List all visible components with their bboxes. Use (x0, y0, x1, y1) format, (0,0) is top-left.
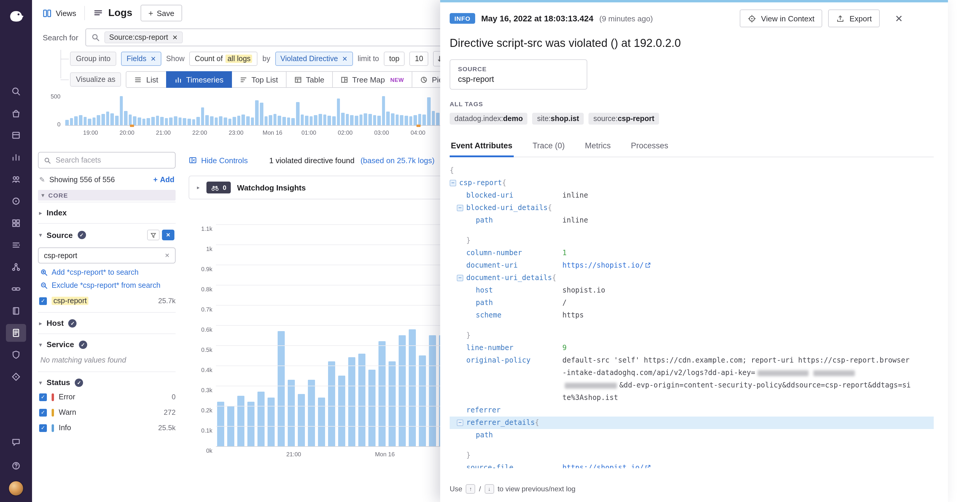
chart-bar[interactable] (350, 115, 353, 125)
arrow-down-key[interactable]: ↓ (484, 484, 494, 494)
chat-icon[interactable] (6, 433, 26, 451)
chart-bar[interactable] (201, 107, 204, 125)
json-key[interactable]: path (476, 429, 493, 441)
chart-bar[interactable] (264, 116, 267, 125)
status-row-warn[interactable]: ✓Warn272 (39, 408, 176, 416)
chart-bar[interactable] (436, 113, 439, 125)
hide-controls-button[interactable]: Hide Controls (189, 156, 248, 165)
chart-bar[interactable] (188, 119, 191, 125)
chart-bar[interactable] (205, 115, 209, 125)
chart-bar[interactable] (341, 113, 344, 125)
chart-bar[interactable] (237, 116, 240, 125)
chart-bar[interactable] (391, 114, 394, 125)
chart-bar[interactable] (133, 116, 137, 125)
chart-bar[interactable] (247, 402, 255, 446)
chart-bar[interactable] (291, 118, 295, 126)
chart-bar[interactable] (409, 116, 412, 125)
clear-filter-icon[interactable]: ✕ (162, 229, 174, 240)
json-key[interactable]: original-policy (466, 354, 531, 367)
chart-bar[interactable] (79, 115, 82, 125)
chart-bar[interactable] (267, 398, 275, 446)
chart-bar[interactable] (138, 118, 141, 125)
collapse-toggle-icon[interactable]: − (457, 205, 463, 211)
facet-search-input[interactable] (56, 156, 170, 164)
chart-bar[interactable] (228, 118, 231, 125)
chart-bar[interactable] (210, 116, 213, 125)
chart-bar[interactable] (282, 117, 286, 125)
chart-bar[interactable] (251, 118, 254, 125)
chart-bar[interactable] (255, 100, 259, 125)
chart-bar[interactable] (399, 335, 406, 446)
watchdog-insights[interactable]: ▸ 0 Watchdog Insights (189, 175, 470, 199)
status-row-error[interactable]: ✓Error0 (39, 393, 176, 401)
chart-bar[interactable] (395, 115, 399, 125)
chart-bar[interactable] (70, 118, 73, 126)
chart-bar[interactable] (318, 114, 322, 125)
json-key[interactable]: path (476, 297, 493, 309)
chart-bar[interactable] (288, 380, 295, 446)
chart-bar[interactable] (169, 118, 173, 125)
facet-status[interactable]: ▾ Status ✓ (38, 371, 176, 393)
status-row-info[interactable]: ✓Info25.5k (39, 424, 176, 432)
chart-bar[interactable] (337, 99, 340, 125)
tag-source[interactable]: source:csp-report (589, 113, 659, 124)
viz-option-timeseries[interactable]: Timeseries (166, 71, 232, 88)
chart-bar[interactable] (332, 116, 336, 125)
chart-bar[interactable] (160, 117, 164, 125)
view-in-context-button[interactable]: View in Context (740, 10, 822, 27)
hosts-icon[interactable] (6, 126, 26, 144)
core-group-header[interactable]: ▾ CORE (38, 190, 176, 201)
notebook-icon[interactable] (6, 302, 26, 320)
json-value[interactable]: default-src 'self' https://cdn.example.c… (562, 354, 934, 404)
chart-bar[interactable] (83, 117, 87, 125)
json-key[interactable]: column-number (466, 247, 522, 259)
chart-bar[interactable] (400, 115, 403, 125)
export-button[interactable]: Export (828, 10, 880, 27)
limit-value-select[interactable]: 10 (410, 52, 429, 66)
edit-icon[interactable]: ✎ (39, 175, 45, 184)
chart-bar[interactable] (88, 119, 91, 125)
result-basis-link[interactable]: (based on 25.7k logs) (360, 156, 434, 165)
checkbox-checked[interactable]: ✓ (39, 424, 47, 432)
json-key[interactable]: line-number (466, 342, 514, 354)
tab-trace-0[interactable]: Trace (0) (531, 137, 566, 157)
chart-bar[interactable] (364, 114, 367, 125)
chart-bar[interactable] (237, 396, 244, 446)
tag-site[interactable]: site:shop.ist (532, 113, 584, 124)
chart-bar[interactable] (156, 116, 159, 125)
chart-bar[interactable] (418, 114, 422, 125)
chart-bar[interactable] (242, 115, 245, 125)
json-value[interactable]: https://shopist.io/ (562, 259, 934, 272)
remove-token-icon[interactable]: ✕ (172, 33, 178, 41)
save-button[interactable]: + Save (141, 5, 182, 21)
chart-bar[interactable] (328, 361, 335, 446)
chart-bar[interactable] (318, 398, 325, 446)
chart-bar[interactable] (278, 116, 281, 125)
value-link[interactable]: https://shopist.io/ (562, 464, 644, 468)
exclude-from-search-link[interactable]: Exclude *csp-report* from search (40, 281, 176, 290)
chart-bar[interactable] (75, 116, 78, 125)
source-value[interactable]: csp-report (458, 75, 579, 84)
chart-bar[interactable] (246, 116, 250, 125)
synthetics-icon[interactable] (6, 368, 26, 386)
search-icon[interactable] (6, 83, 26, 100)
tab-processes[interactable]: Processes (630, 137, 670, 157)
json-key[interactable]: scheme (476, 309, 501, 322)
apm-icon[interactable] (6, 192, 26, 210)
filter-icon[interactable] (147, 229, 159, 240)
source-filter-field[interactable] (44, 251, 161, 260)
chart-bar[interactable] (423, 115, 426, 125)
json-key[interactable]: path (476, 214, 493, 227)
chart-bar[interactable] (111, 113, 114, 125)
json-key[interactable]: referrer (466, 404, 501, 416)
chart-bar[interactable] (388, 361, 396, 446)
chart-bar[interactable] (414, 115, 417, 125)
measure-select[interactable]: Count of all logs (189, 52, 258, 66)
search-input[interactable]: Source:csp-report ✕ (86, 29, 468, 46)
add-facet-button[interactable]: +Add (153, 175, 174, 184)
chart-bar[interactable] (142, 118, 145, 125)
clear-icon[interactable]: ✕ (165, 252, 170, 259)
chart-bar[interactable] (429, 335, 436, 446)
checkbox-checked[interactable]: ✓ (39, 393, 47, 401)
json-key[interactable]: source-file (466, 462, 514, 468)
